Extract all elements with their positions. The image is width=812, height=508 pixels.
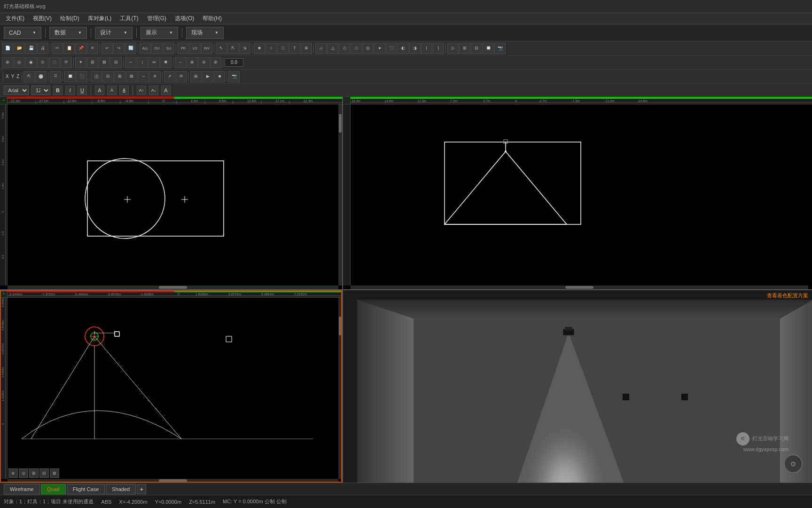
btn-lo[interactable]: LO [189,43,201,54]
btn-r2-1[interactable]: ⊕ [2,57,13,68]
btn-semi-right[interactable]: ◑ [409,43,421,54]
btn-arr2[interactable]: ⊞ [459,43,470,54]
btn-open[interactable]: 📂 [14,43,25,54]
dropdown-data[interactable]: 数据 [49,27,87,39]
viewport-top-left[interactable]: -21.3m -17.1m -12.8m -8.5m -4.3m 0 4.3m … [0,97,342,290]
scrollbar-thumb-v-tl[interactable] [339,114,342,133]
underline-btn[interactable]: U [78,86,87,95]
btn-r2-8[interactable]: ⊞ [87,57,98,68]
btn-r2-3[interactable]: ◉ [25,57,37,68]
dropdown-cad[interactable]: CAD [4,27,41,39]
btn-r2-5[interactable]: ◌ [49,57,60,68]
bl-icon-2[interactable]: ◎ [19,468,28,478]
btn-3dview-5[interactable]: ↔ [138,71,149,82]
btn-r2-2[interactable]: ◎ [14,57,25,68]
viewport-bottom-right[interactable]: 查看着色配置方案 [343,290,812,483]
btn-r2-15[interactable]: ⊗ [187,57,198,68]
btn-refresh[interactable]: 🔄 [125,43,136,54]
btn-filled-rect[interactable]: ⬛ [386,43,397,54]
btn-arr3[interactable]: ⊟ [471,43,482,54]
btn-3dview-3[interactable]: ⊞ [114,71,125,82]
menu-library[interactable]: 库对象(L) [84,14,116,24]
btn-r2-10[interactable]: ⊟ [110,57,122,68]
size-select[interactable]: 12 [31,86,50,95]
btn-3d-box2[interactable]: ⬛ [76,71,87,82]
btn-cross[interactable]: ⊕ [301,43,312,54]
btn-rect[interactable]: ■ [254,43,265,54]
btn-3dview-10[interactable]: ▶ [202,71,213,82]
tab-flight-case[interactable]: Flight Case [67,484,105,494]
btn-r2-scale[interactable]: ↔ [175,57,186,68]
btn-circle[interactable]: ○ [265,43,277,54]
numeric-input[interactable] [225,58,243,67]
btn-r2-13[interactable]: ⇔ [148,57,160,68]
btn-cli[interactable]: CLI [151,43,163,54]
btn-trapezoid[interactable]: ▱ [315,43,327,54]
scrollbar-thumb-v-bl[interactable] [339,317,342,335]
menu-options[interactable]: 选项(O) [171,14,198,24]
bold-btn[interactable]: B [53,86,62,95]
btn-3dview-2[interactable]: ⊟ [102,71,114,82]
viewport-top-right[interactable]: 18.3m 14.6m 11.0m 7.3m 3.7m 0 -3.7m -7.3… [343,97,812,290]
text-size-down-btn[interactable]: A↓ [149,86,158,95]
btn-3dview-7[interactable]: ↗ [164,71,175,82]
bl-icon-1[interactable]: ⊕ [8,468,18,478]
btn-inv[interactable]: INV [201,43,212,54]
menu-view[interactable]: 视图(V) [29,14,55,24]
menu-help[interactable]: 帮助(H) [199,14,226,24]
scrollbar-thumb-h-tl[interactable] [159,286,187,289]
btn-pr[interactable]: PR [178,43,189,54]
btn-3d-box[interactable]: 🔲 [64,71,76,82]
btn-arr1[interactable]: ▷ [447,43,459,54]
btn-pointer2[interactable]: ⇱ [227,43,239,54]
dropdown-design[interactable]: 设计 [95,27,133,39]
text-size-up-btn[interactable]: A↑ [137,86,146,95]
btn-paste[interactable]: 📌 [75,43,86,54]
btn-r2-12[interactable]: ↕ [137,57,148,68]
italic-btn[interactable]: I [65,86,75,95]
btn-new[interactable]: 📄 [2,43,13,54]
btn-pointer[interactable]: ↖ [216,43,227,54]
menu-manage[interactable]: 管理(G) [143,14,170,24]
menu-file[interactable]: 文件(E) [2,14,28,24]
btn-grid[interactable]: ⠿ [50,71,61,82]
align-left-btn[interactable]: A [95,86,104,95]
btn-undo[interactable]: ↩ [102,43,113,54]
btn-r2-16[interactable]: ⊘ [198,57,210,68]
font-select[interactable]: Arial [4,86,29,95]
btn-angle-left[interactable]: ⟨ [421,43,432,54]
btn-triangle[interactable]: △ [327,43,338,54]
text-large-btn[interactable]: A [161,86,171,95]
btn-cut[interactable]: ✂ [52,43,63,54]
btn-r2-4[interactable]: ⊙ [37,57,48,68]
btn-r2-14[interactable]: ✱ [160,57,172,68]
bl-icon-5[interactable]: ⊠ [50,468,59,478]
btn-3dview-1[interactable]: ◫ [91,71,102,82]
scrollbar-v-tl[interactable] [338,104,342,286]
btn-copy[interactable]: 📋 [63,43,75,54]
btn-camera[interactable]: 📷 [494,43,506,54]
btn-3dview-6[interactable]: ✕ [149,71,161,82]
menu-tools[interactable]: 工具(T) [116,14,142,24]
tab-quad[interactable]: Quad [41,484,66,494]
btn-3d-2[interactable]: ⬤ [35,71,47,82]
btn-select-all[interactable]: ALL [140,43,151,54]
btn-dot[interactable]: ● [374,43,385,54]
scrollbar-h-bl[interactable] [8,479,338,483]
btn-delete[interactable]: ✕ [87,43,98,54]
bl-icon-4[interactable]: ⊟ [39,468,49,478]
scrollbar-h-tl[interactable] [8,286,338,289]
btn-r2-17[interactable]: ⊛ [210,57,221,68]
btn-save[interactable]: 💾 [25,43,37,54]
view-sphere[interactable]: ⊙ [784,454,803,473]
dropdown-venue[interactable]: 现场 [186,27,224,39]
viewport-bottom-left[interactable]: -9.1440m -7.3152m -5.4864m -3.6576m -1.8… [0,290,342,483]
scrollbar-h-tr[interactable] [351,286,808,289]
btn-pointer3[interactable]: ⇲ [239,43,250,54]
btn-3d-1[interactable]: ⇱ [23,71,35,82]
btn-sli[interactable]: SLI [163,43,174,54]
btn-semi-left[interactable]: ◐ [398,43,409,54]
tab-add-btn[interactable]: + [137,484,146,494]
bl-icon-3[interactable]: ⊞ [29,468,39,478]
btn-hex[interactable]: ⬡ [351,43,362,54]
